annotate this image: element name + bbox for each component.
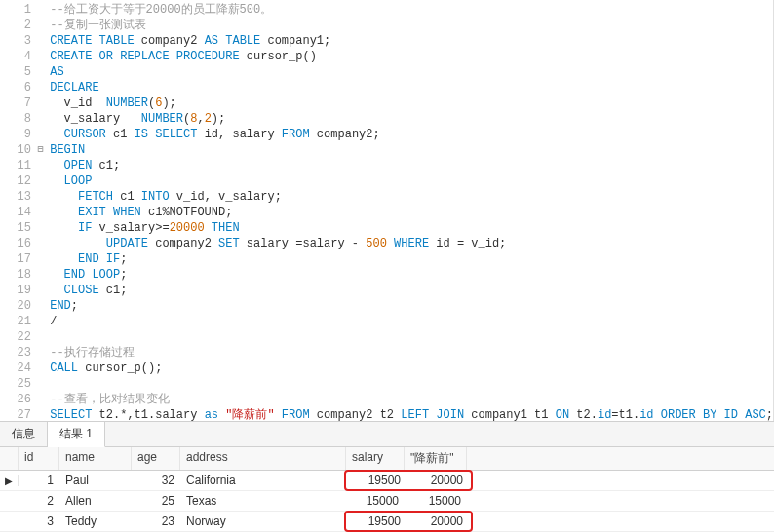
code-editor[interactable]: 1234567891011121314151617181920212223242… <box>0 0 774 421</box>
code-line[interactable]: DECLARE <box>50 80 773 95</box>
code-line[interactable]: CURSOR c1 IS SELECT id, salary FROM comp… <box>50 127 773 142</box>
highlight-box: 1950020000 <box>344 511 473 532</box>
table-row[interactable]: ▶1Paul32California1950020000 <box>0 471 774 491</box>
cell-before[interactable]: 20000 <box>406 472 469 489</box>
code-line[interactable] <box>50 329 773 345</box>
cell-name[interactable]: Teddy <box>59 513 132 530</box>
fold-marker <box>37 158 44 173</box>
fold-marker <box>37 267 44 283</box>
cell-salary[interactable]: 15000 <box>346 492 405 510</box>
code-line[interactable]: IF v_salary>=20000 THEN <box>50 220 773 236</box>
fold-marker <box>37 2 44 18</box>
highlight-box: 1950020000 <box>344 470 473 491</box>
col-header-before[interactable]: "降薪前" <box>405 447 467 470</box>
cell-before[interactable]: 20000 <box>406 513 469 530</box>
fold-column[interactable]: ⊟ <box>37 0 44 421</box>
code-line[interactable]: v_id NUMBER(6); <box>50 95 773 111</box>
line-number: 26 <box>4 392 31 407</box>
line-number: 3 <box>4 33 31 49</box>
code-line[interactable]: --执行存储过程 <box>50 345 773 361</box>
fold-marker <box>37 33 44 49</box>
table-row[interactable]: 2Allen25Texas1500015000 <box>0 491 774 512</box>
code-line[interactable]: END LOOP; <box>50 267 773 283</box>
col-header-id[interactable]: id <box>19 447 59 470</box>
cell-before[interactable]: 15000 <box>405 492 467 510</box>
tab-result-1[interactable]: 结果 1 <box>48 422 105 447</box>
cell-id[interactable]: 1 <box>19 472 59 489</box>
code-line[interactable]: AS <box>50 64 773 80</box>
fold-marker <box>37 220 44 236</box>
line-number: 8 <box>4 111 31 127</box>
code-line[interactable] <box>50 376 773 392</box>
cell-salary[interactable]: 19500 <box>348 513 406 530</box>
line-number: 24 <box>4 361 31 376</box>
line-number: 17 <box>4 251 31 267</box>
line-number: 11 <box>4 158 31 173</box>
fold-marker <box>37 376 44 392</box>
code-line[interactable]: FETCH c1 INTO v_id, v_salary; <box>50 189 773 205</box>
grid-header: id name age address salary "降薪前" <box>0 447 774 471</box>
line-number: 12 <box>4 173 31 189</box>
cell-age[interactable]: 32 <box>132 472 180 489</box>
cell-salary[interactable]: 19500 <box>348 472 406 489</box>
line-number: 6 <box>4 80 31 95</box>
cell-address[interactable]: Norway <box>180 513 346 530</box>
fold-marker <box>37 18 44 33</box>
code-line[interactable]: / <box>50 314 773 329</box>
fold-marker <box>37 407 44 421</box>
cell-age[interactable]: 25 <box>132 492 180 510</box>
line-number: 27 <box>4 407 31 421</box>
line-number: 21 <box>4 314 31 329</box>
code-line[interactable]: SELECT t2.*,t1.salary as "降薪前" FROM comp… <box>50 407 773 421</box>
code-line[interactable]: END IF; <box>50 251 773 267</box>
fold-marker <box>37 345 44 361</box>
line-number: 18 <box>4 267 31 283</box>
row-pointer-icon: ▶ <box>0 475 19 486</box>
fold-marker <box>37 314 44 329</box>
code-line[interactable]: OPEN c1; <box>50 158 773 173</box>
row-marker-header <box>0 447 19 470</box>
table-row[interactable]: 3Teddy23Norway1950020000 <box>0 512 774 532</box>
fold-marker <box>37 329 44 345</box>
col-header-salary[interactable]: salary <box>346 447 405 470</box>
code-line[interactable]: --给工资大于等于20000的员工降薪500。 <box>50 2 773 18</box>
result-grid: id name age address salary "降薪前" ▶1Paul3… <box>0 447 774 532</box>
col-header-address[interactable]: address <box>180 447 346 470</box>
code-line[interactable]: --查看，比对结果变化 <box>50 392 773 407</box>
code-line[interactable]: CLOSE c1; <box>50 283 773 298</box>
line-number: 4 <box>4 49 31 64</box>
col-header-name[interactable]: name <box>59 447 132 470</box>
fold-marker <box>37 111 44 127</box>
cell-address[interactable]: Texas <box>180 492 346 510</box>
code-line[interactable]: CALL cursor_p(); <box>50 361 773 376</box>
code-line[interactable]: CREATE OR REPLACE PROCEDURE cursor_p() <box>50 49 773 64</box>
line-number: 23 <box>4 345 31 361</box>
code-line[interactable]: BEGIN <box>50 142 773 158</box>
cell-name[interactable]: Allen <box>59 492 132 510</box>
code-line[interactable]: --复制一张测试表 <box>50 18 773 33</box>
line-number: 19 <box>4 283 31 298</box>
cell-id[interactable]: 3 <box>19 513 59 530</box>
cell-age[interactable]: 23 <box>132 513 180 530</box>
code-line[interactable]: v_salary NUMBER(8,2); <box>50 111 773 127</box>
code-line[interactable]: EXIT WHEN c1%NOTFOUND; <box>50 205 773 220</box>
code-line[interactable]: CREATE TABLE company2 AS TABLE company1; <box>50 33 773 49</box>
cell-id[interactable]: 2 <box>19 492 59 510</box>
code-area[interactable]: --给工资大于等于20000的员工降薪500。--复制一张测试表CREATE T… <box>44 0 773 421</box>
line-number: 5 <box>4 64 31 80</box>
line-number: 15 <box>4 220 31 236</box>
line-number: 16 <box>4 236 31 251</box>
fold-marker <box>37 298 44 314</box>
line-number: 2 <box>4 18 31 33</box>
fold-marker[interactable]: ⊟ <box>37 142 44 158</box>
cell-name[interactable]: Paul <box>59 472 132 489</box>
code-line[interactable]: LOOP <box>50 173 773 189</box>
tab-info[interactable]: 信息 <box>0 422 48 446</box>
fold-marker <box>37 127 44 142</box>
fold-marker <box>37 49 44 64</box>
cell-address[interactable]: California <box>180 472 346 489</box>
line-number: 7 <box>4 95 31 111</box>
col-header-age[interactable]: age <box>132 447 180 470</box>
code-line[interactable]: END; <box>50 298 773 314</box>
code-line[interactable]: UPDATE company2 SET salary =salary - 500… <box>50 236 773 251</box>
